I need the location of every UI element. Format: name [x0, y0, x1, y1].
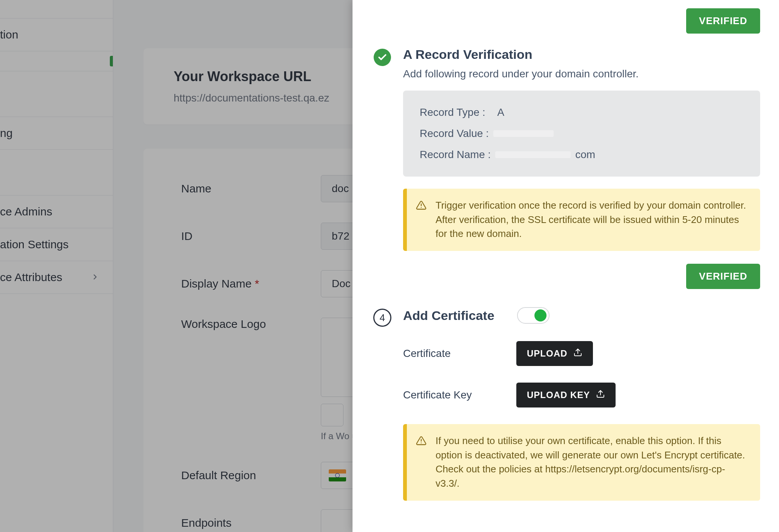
a-record-alert-text: Trigger verification once the record is … — [436, 198, 749, 241]
a-record-title: A Record Verification — [403, 47, 760, 62]
record-value-line: Record Value : — [420, 128, 744, 140]
upload-certificate-key-button[interactable]: UPLOAD KEY — [516, 383, 616, 407]
record-name-line: Record Name : com — [420, 149, 744, 161]
verified-button-top[interactable]: VERIFIED — [686, 8, 760, 34]
domain-verification-panel: VERIFIED A Record Verification Add follo… — [353, 0, 779, 532]
certificate-label: Certificate — [403, 347, 516, 360]
check-icon — [374, 49, 391, 66]
record-name-redacted — [495, 151, 571, 158]
toggle-knob — [534, 309, 547, 321]
warning-icon — [416, 198, 427, 241]
record-type-line: Record Type : A — [420, 106, 744, 118]
warning-icon — [416, 434, 427, 491]
a-record-section: A Record Verification Add following reco… — [373, 47, 760, 289]
add-certificate-toggle[interactable] — [517, 307, 550, 324]
a-record-box: Record Type : A Record Value : Record Na… — [403, 91, 760, 177]
record-value-redacted — [493, 130, 554, 137]
upload-icon — [596, 389, 605, 401]
step-4-badge: 4 — [373, 309, 391, 327]
add-certificate-section: 4 Add Certificate Certificate UPLOAD — [373, 307, 760, 501]
add-certificate-title: Add Certificate — [403, 308, 494, 323]
verified-button-a-record[interactable]: VERIFIED — [686, 264, 760, 289]
a-record-desc: Add following record under your domain c… — [403, 68, 760, 80]
a-record-alert: Trigger verification once the record is … — [403, 189, 760, 251]
certificate-alert-text: If you need to utilise your own certific… — [436, 434, 749, 491]
upload-icon — [573, 348, 582, 359]
certificate-alert: If you need to utilise your own certific… — [403, 424, 760, 501]
certificate-key-label: Certificate Key — [403, 389, 516, 401]
upload-certificate-button[interactable]: UPLOAD — [516, 341, 593, 366]
